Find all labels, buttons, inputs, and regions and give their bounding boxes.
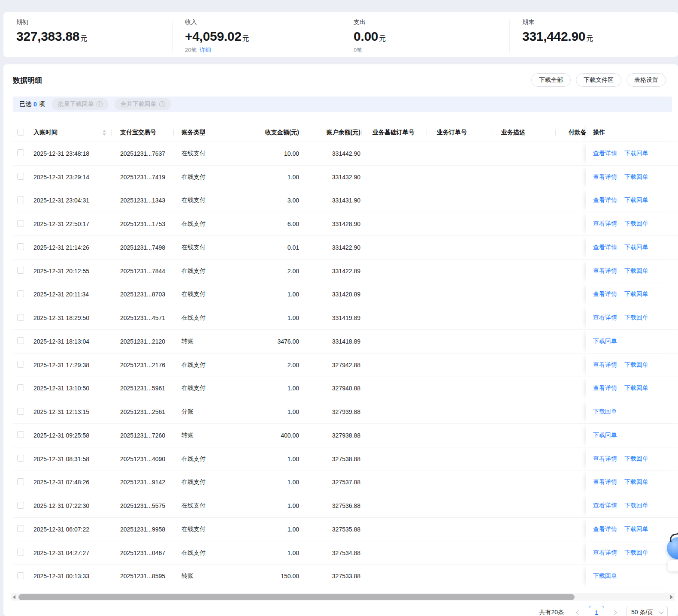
table-body: 2025-12-31 23:48:18 20251231...7637 在线支付…: [13, 142, 678, 588]
table-settings-button[interactable]: 表格设置: [627, 73, 666, 87]
download-receipt-link[interactable]: 下载回单: [624, 173, 648, 181]
row-checkbox[interactable]: [17, 525, 24, 532]
col-header-account-type: 账务类型: [174, 129, 240, 136]
download-receipt-link[interactable]: 下载回单: [624, 244, 648, 251]
next-page-icon[interactable]: [609, 606, 620, 616]
view-detail-link[interactable]: 查看详情: [593, 525, 617, 533]
view-detail-link[interactable]: 查看详情: [593, 173, 617, 181]
row-checkbox[interactable]: [17, 478, 24, 485]
row-checkbox[interactable]: [17, 337, 24, 344]
download-receipt-link[interactable]: 下载回单: [624, 290, 648, 298]
download-all-button[interactable]: 下载全部: [531, 73, 571, 87]
col-header-balance: 账户余额(元): [300, 129, 362, 136]
row-checkbox[interactable]: [17, 267, 24, 274]
cell-time: 2025-12-31 08:31:58: [30, 456, 112, 462]
download-receipt-link[interactable]: 下载回单: [624, 525, 648, 533]
view-detail-link[interactable]: 查看详情: [593, 478, 617, 486]
download-receipt-link[interactable]: 下载回单: [624, 220, 648, 228]
merge-download-button[interactable]: 合并下载回单: [115, 98, 171, 110]
data-detail-card: 数据明细 下载全部 下载文件区 表格设置 已选 0 项 批量下载回单 合并下载回…: [3, 64, 678, 616]
view-detail-link[interactable]: 查看详情: [593, 150, 617, 157]
download-receipt-link[interactable]: 下载回单: [624, 549, 648, 557]
prev-page-icon[interactable]: [573, 606, 584, 616]
download-receipt-link[interactable]: 下载回单: [624, 361, 648, 369]
scroll-left-arrow-icon[interactable]: [11, 593, 18, 601]
download-receipt-link[interactable]: 下载回单: [624, 455, 648, 463]
row-actions: 查看详情 下载回单: [586, 447, 678, 471]
cell-transaction-id: 20251231...7419: [112, 174, 174, 181]
view-detail-link[interactable]: 查看详情: [593, 196, 617, 204]
summary-sub: 0笔: [354, 46, 509, 54]
download-receipt-link[interactable]: 下载回单: [593, 408, 617, 416]
table-row: 2025-12-31 06:07:22 20251231...9958 在线支付…: [13, 518, 678, 541]
table-row: 2025-12-31 13:10:50 20251231...5961 在线支付…: [13, 377, 678, 401]
view-detail-link[interactable]: 查看详情: [593, 267, 617, 275]
cell-transaction-id: 20251231...8595: [112, 573, 174, 580]
row-checkbox[interactable]: [17, 243, 24, 250]
cell-balance: 331418.89: [300, 338, 362, 345]
row-checkbox[interactable]: [17, 455, 24, 462]
cell-account-type: 转账: [174, 338, 240, 345]
download-receipt-link[interactable]: 下载回单: [624, 314, 648, 322]
download-receipt-link[interactable]: 下载回单: [624, 502, 648, 510]
cell-amount: 1.00: [240, 174, 300, 181]
cell-time: 2025-12-31 23:29:14: [30, 174, 112, 181]
row-checkbox[interactable]: [17, 549, 24, 556]
select-all-checkbox[interactable]: [17, 129, 24, 136]
scroll-right-arrow-icon[interactable]: [668, 593, 675, 601]
view-detail-link[interactable]: 查看详情: [593, 384, 617, 392]
download-receipt-link[interactable]: 下载回单: [624, 384, 648, 392]
detail-link[interactable]: 详细: [200, 47, 211, 53]
download-receipt-link[interactable]: 下载回单: [624, 196, 648, 204]
download-receipt-link[interactable]: 下载回单: [593, 572, 617, 580]
scrollbar-track[interactable]: [18, 593, 668, 601]
view-detail-link[interactable]: 查看详情: [593, 244, 617, 251]
download-receipt-link[interactable]: 下载回单: [624, 267, 648, 275]
view-detail-link[interactable]: 查看详情: [593, 290, 617, 298]
cell-account-type: 在线支付: [174, 220, 240, 228]
page-number[interactable]: 1: [589, 606, 604, 616]
table-row: 2025-12-31 23:48:18 20251231...7637 在线支付…: [13, 142, 678, 166]
summary-sub: 20笔详细: [185, 46, 341, 54]
sort-icon[interactable]: [103, 130, 106, 136]
table-header: 入账时间 支付宝交易号 账务类型 收支金额(元) 账户余额(元) 业务基础订单号…: [13, 124, 678, 142]
scrollbar-thumb[interactable]: [18, 594, 575, 600]
col-header-time: 入账时间: [30, 129, 112, 136]
view-detail-link[interactable]: 查看详情: [593, 220, 617, 228]
cell-time: 2025-12-31 21:14:26: [30, 244, 112, 251]
view-detail-link[interactable]: 查看详情: [593, 502, 617, 510]
row-actions: 查看详情 下载回单: [586, 260, 678, 283]
view-detail-link[interactable]: 查看详情: [593, 361, 617, 369]
download-receipt-link[interactable]: 下载回单: [624, 150, 648, 157]
row-checkbox[interactable]: [17, 408, 24, 415]
row-checkbox[interactable]: [17, 572, 24, 579]
batch-download-button[interactable]: 批量下载回单: [52, 98, 109, 110]
download-receipt-link[interactable]: 下载回单: [593, 338, 617, 345]
download-receipt-link[interactable]: 下载回单: [593, 432, 617, 439]
row-actions: 下载回单: [586, 424, 678, 447]
row-checkbox[interactable]: [17, 361, 24, 368]
table-row: 2025-12-31 22:50:17 20251231...1753 在线支付…: [13, 212, 678, 236]
row-checkbox[interactable]: [17, 431, 24, 438]
row-checkbox[interactable]: [17, 502, 24, 509]
view-detail-link[interactable]: 查看详情: [593, 455, 617, 463]
row-checkbox[interactable]: [17, 173, 24, 180]
row-checkbox[interactable]: [17, 290, 24, 297]
table-row: 2025-12-31 20:12:55 20251231...7844 在线支付…: [13, 260, 678, 283]
download-receipt-link[interactable]: 下载回单: [624, 478, 648, 486]
view-detail-link[interactable]: 查看详情: [593, 314, 617, 322]
row-checkbox[interactable]: [17, 196, 24, 203]
page-size-select[interactable]: 50 条/页: [627, 606, 668, 616]
cell-balance: 331432.90: [300, 174, 362, 181]
currency-unit: 元: [379, 35, 386, 42]
assistant-float-card[interactable]: [668, 560, 678, 571]
download-file-zone-button[interactable]: 下载文件区: [576, 73, 621, 87]
horizontal-scrollbar[interactable]: [11, 593, 675, 601]
row-checkbox[interactable]: [17, 314, 24, 321]
row-checkbox[interactable]: [17, 220, 24, 227]
row-checkbox[interactable]: [17, 384, 24, 391]
cell-amount: 1.00: [240, 408, 300, 415]
view-detail-link[interactable]: 查看详情: [593, 549, 617, 557]
summary-label: 收入: [185, 18, 341, 26]
row-checkbox[interactable]: [17, 149, 24, 156]
